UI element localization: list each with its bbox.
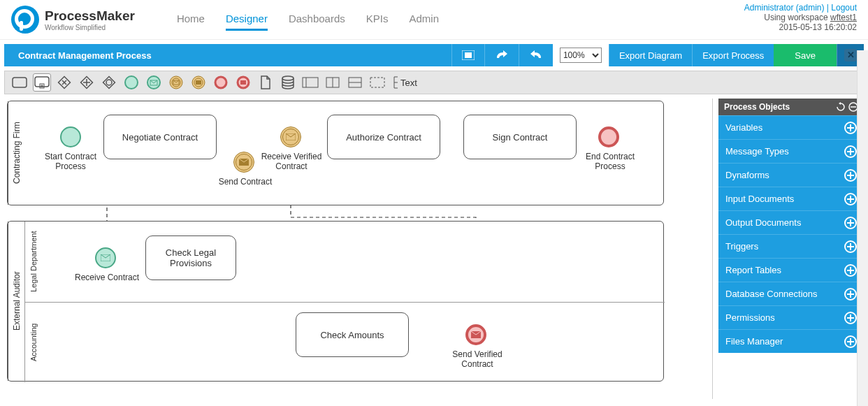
tool-text[interactable]: Text [391, 73, 420, 92]
save-button[interactable]: Save [774, 44, 837, 66]
brand-title: ProcessMaker [45, 8, 135, 24]
tool-task[interactable] [10, 73, 29, 92]
timestamp: 2015-05-13 16:20:02 [744, 22, 857, 32]
rpanel-files-manager[interactable]: Files Manager [718, 329, 864, 353]
receive-contract-label: Receive Contract [68, 273, 145, 282]
rpanel-report-tables[interactable]: Report Tables [718, 258, 864, 282]
scrollbar[interactable] [857, 50, 868, 399]
tool-subprocess[interactable] [33, 73, 51, 92]
send-verified-label: Send Verified Contract [439, 349, 516, 369]
main-area: Contracting Firm Start Contract Process … [0, 99, 868, 399]
close-icon: ✕ [844, 49, 857, 61]
task-negotiate[interactable]: Negotiate Contract [103, 115, 217, 159]
tool-end-event[interactable] [212, 73, 230, 92]
logout-link[interactable]: Logout [831, 3, 857, 13]
pool-label-1: Contracting Firm [8, 101, 24, 205]
tool-start-event[interactable] [122, 73, 140, 92]
plus-icon [844, 169, 857, 182]
tool-pool[interactable] [301, 73, 319, 92]
tool-lane-v[interactable] [324, 73, 342, 92]
tool-datastore[interactable] [279, 73, 297, 92]
event-send-contract[interactable] [233, 152, 254, 173]
tool-document[interactable] [256, 73, 275, 92]
nav-admin[interactable]: Admin [410, 8, 440, 31]
receive-verified-label: Receive Verified Contract [253, 152, 330, 171]
task-check-legal[interactable]: Check Legal Provisions [145, 235, 236, 280]
user-link[interactable]: Administrator (admin) [744, 3, 825, 13]
nav-home[interactable]: Home [177, 8, 205, 31]
svg-rect-19 [196, 80, 201, 85]
svg-point-23 [282, 76, 294, 80]
bpmn-toolbox: Text [4, 71, 864, 94]
svg-point-11 [125, 76, 138, 89]
rpanel-input-documents[interactable]: Input Documents [718, 187, 864, 210]
event-receive-verified[interactable] [280, 126, 301, 147]
undo-icon [529, 50, 543, 61]
task-sign[interactable]: Sign Contract [463, 115, 577, 159]
start-event-label: Start Contract Process [32, 152, 109, 171]
app-header: ProcessMaker Workflow Simplified Home De… [0, 0, 868, 40]
nav-dashboards[interactable]: Dashboards [289, 8, 345, 31]
envelope-icon [101, 254, 110, 261]
export-process-button[interactable]: Export Process [692, 44, 774, 66]
task-check-amounts[interactable]: Check Amounts [296, 312, 409, 357]
rpanel-output-documents[interactable]: Output Documents [718, 210, 864, 234]
bpmn-canvas[interactable]: Contracting Firm Start Contract Process … [4, 99, 713, 399]
plus-icon [844, 193, 857, 205]
tool-gateway-parallel[interactable] [78, 73, 96, 92]
rpanel-permissions[interactable]: Permissions [718, 305, 864, 329]
rpanel-triggers[interactable]: Triggers [718, 234, 864, 258]
tool-start-message[interactable] [145, 73, 163, 92]
redo-button[interactable] [484, 44, 519, 66]
rpanel-db-connections[interactable]: Database Connections [718, 282, 864, 305]
rpanel-dynaforms[interactable]: Dynaforms [718, 163, 864, 187]
nav-kpis[interactable]: KPIs [366, 8, 389, 31]
rpanel-variables[interactable]: Variables [718, 115, 864, 139]
process-name: Contract Management Process [18, 50, 152, 61]
undo-button[interactable] [519, 44, 553, 66]
tool-intermediate-throw[interactable] [189, 73, 208, 92]
lane-accounting: Accounting [24, 302, 41, 382]
plus-icon [844, 122, 857, 134]
export-diagram-button[interactable]: Export Diagram [609, 44, 692, 66]
plus-icon [844, 145, 857, 158]
start-event[interactable] [60, 126, 81, 147]
user-info: Administrator (admin) | Logout Using wor… [744, 3, 857, 32]
tool-intermediate-catch[interactable] [167, 73, 185, 92]
tool-gateway-exclusive[interactable] [55, 73, 73, 92]
svg-rect-2 [13, 78, 27, 87]
event-send-verified[interactable] [465, 324, 486, 345]
plus-icon [844, 312, 857, 324]
event-receive-contract[interactable] [95, 247, 116, 268]
pool-external-auditor[interactable]: External Auditor Legal Department Accoun… [7, 221, 664, 382]
logo[interactable]: ProcessMaker Workflow Simplified [11, 6, 135, 34]
svg-rect-1 [465, 52, 472, 58]
end-event[interactable] [598, 126, 619, 147]
tool-lane-h[interactable] [346, 73, 364, 92]
zoom-select[interactable]: 100% [560, 48, 602, 63]
end-event-label: End Contract Process [572, 152, 649, 171]
tool-gateway-inclusive[interactable] [100, 73, 118, 92]
pool-label-2: External Auditor [8, 222, 24, 381]
tool-end-message[interactable] [234, 73, 252, 92]
plus-icon [844, 217, 857, 229]
refresh-icon[interactable] [836, 102, 846, 112]
envelope-icon [239, 159, 249, 166]
rpanel-message-types[interactable]: Message Types [718, 139, 864, 163]
lane-legal: Legal Department [24, 222, 41, 302]
logo-icon [11, 6, 39, 34]
fullscreen-button[interactable] [451, 44, 484, 66]
envelope-icon [286, 133, 296, 140]
svg-point-20 [215, 77, 226, 88]
process-objects-panel: Process Objects Variables Message Types … [718, 99, 864, 399]
panel-header: Process Objects [718, 99, 864, 115]
workspace-name[interactable]: wftest1 [830, 13, 857, 22]
tool-group[interactable] [368, 73, 386, 92]
process-titlebar: Contract Management Process 100% Export … [4, 44, 864, 66]
fullscreen-icon [462, 50, 475, 60]
plus-icon [844, 288, 857, 300]
task-authorize[interactable]: Authorize Contract [327, 115, 440, 159]
envelope-icon [471, 331, 481, 338]
nav-designer[interactable]: Designer [226, 8, 268, 31]
send-contract-label: Send Contract [207, 177, 284, 187]
